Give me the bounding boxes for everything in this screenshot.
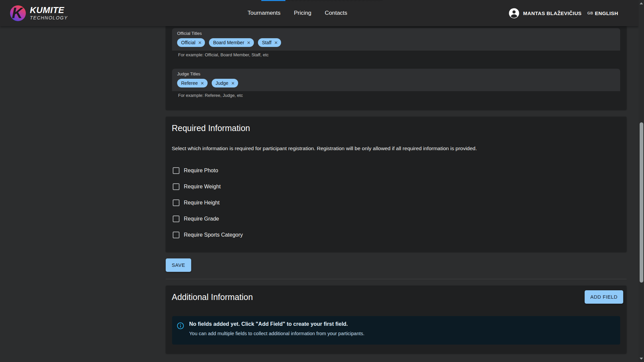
- chip-board-member-close-icon[interactable]: ✕: [247, 41, 251, 45]
- require-height-label: Require Height: [184, 200, 220, 206]
- official-titles-chips: Official ✕ Board Member ✕ Staff ✕: [177, 38, 281, 47]
- chip-official[interactable]: Official ✕: [177, 38, 205, 47]
- checkbox-row-require-weight[interactable]: Require Weight: [173, 179, 243, 195]
- alert-body: You can add multiple fields to collect a…: [189, 331, 365, 336]
- chip-judge[interactable]: Judge ✕: [212, 79, 238, 87]
- checkbox-row-require-grade[interactable]: Require Grade: [173, 211, 243, 227]
- official-titles-label: Official Titles: [177, 31, 202, 36]
- require-photo-checkbox[interactable]: [173, 167, 179, 174]
- chip-judge-close-icon[interactable]: ✕: [231, 81, 235, 85]
- chip-board-member[interactable]: Board Member ✕: [209, 38, 254, 47]
- brand-name: KUMITE: [30, 6, 68, 15]
- checkbox-row-require-height[interactable]: Require Height: [173, 195, 243, 211]
- language-flag-code: GB: [587, 11, 593, 15]
- nav-link-tournaments[interactable]: Tournaments: [248, 10, 280, 16]
- additional-information-card: Additional Information ADD FIELD No fiel…: [166, 286, 627, 354]
- tab-strip-edge: [285, 0, 382, 1]
- require-sports-category-label: Require Sports Category: [184, 232, 243, 238]
- alert-title: No fields added yet. Click "Add Field" t…: [189, 321, 348, 327]
- navbar-right: MANTAS BLAŽEVIČIUS GB ENGLISH: [508, 0, 618, 26]
- chip-referee-close-icon[interactable]: ✕: [201, 81, 204, 85]
- logo-letter: K: [12, 6, 23, 20]
- user-avatar-icon[interactable]: [508, 8, 520, 19]
- require-sports-category-checkbox[interactable]: [173, 232, 179, 238]
- require-height-checkbox[interactable]: [173, 199, 179, 206]
- scroll-up-arrow[interactable]: [639, 1, 644, 6]
- judge-titles-input[interactable]: Judge Titles Referee ✕ Judge ✕: [172, 69, 620, 91]
- brand-subtitle: TECHNOLOGY: [30, 15, 68, 20]
- official-titles-input[interactable]: Official Titles Official ✕ Board Member …: [172, 28, 620, 51]
- chip-staff-close-icon[interactable]: ✕: [274, 41, 278, 45]
- chip-staff-label: Staff: [262, 40, 272, 45]
- brand-text: KUMITE TECHNOLOGY: [30, 6, 68, 20]
- chip-official-label: Official: [181, 40, 196, 45]
- checkbox-row-require-photo[interactable]: Require Photo: [173, 163, 243, 179]
- no-fields-info-alert: No fields added yet. Click "Add Field" t…: [172, 316, 620, 345]
- require-grade-label: Require Grade: [184, 216, 219, 222]
- user-menu[interactable]: MANTAS BLAŽEVIČIUS: [523, 10, 582, 16]
- main-nav: Tournaments Pricing Contacts: [248, 0, 347, 26]
- required-checkbox-list: Require Photo Require Weight Require Hei…: [173, 163, 243, 243]
- language-label: ENGLISH: [595, 10, 618, 16]
- language-selector[interactable]: GB ENGLISH: [587, 10, 618, 16]
- vertical-scrollbar[interactable]: [639, 0, 644, 362]
- chip-referee[interactable]: Referee ✕: [177, 79, 208, 87]
- require-grade-checkbox[interactable]: [173, 216, 179, 222]
- top-navbar: K KUMITE TECHNOLOGY Tournaments Pricing …: [0, 0, 639, 26]
- info-icon: [177, 322, 184, 329]
- required-information-card: Required Information Select which inform…: [166, 117, 627, 252]
- judge-titles-helper: For example: Referee, Judge, etc: [178, 93, 243, 98]
- section-divider: [166, 279, 627, 279]
- chip-referee-label: Referee: [181, 80, 198, 86]
- titles-card: Official Titles Official ✕ Board Member …: [166, 26, 627, 110]
- active-tab-indicator: [261, 0, 285, 1]
- save-button[interactable]: SAVE: [166, 258, 191, 272]
- official-titles-helper: For example: Official, Board Member, Sta…: [178, 52, 269, 57]
- scroll-down-arrow[interactable]: [639, 356, 644, 361]
- require-weight-checkbox[interactable]: [173, 183, 179, 190]
- judge-titles-chips: Referee ✕ Judge ✕: [177, 79, 238, 87]
- chip-board-member-label: Board Member: [213, 40, 244, 45]
- scrollbar-thumb[interactable]: [640, 122, 643, 283]
- required-information-title: Required Information: [172, 123, 250, 133]
- require-weight-label: Require Weight: [184, 184, 221, 190]
- required-information-description: Select which information is required for…: [172, 145, 477, 152]
- kumite-logo-icon: K: [10, 5, 26, 21]
- checkbox-row-require-sports-category[interactable]: Require Sports Category: [173, 227, 243, 243]
- nav-link-contacts[interactable]: Contacts: [325, 10, 347, 16]
- chip-staff[interactable]: Staff ✕: [258, 38, 281, 47]
- chip-official-close-icon[interactable]: ✕: [198, 41, 202, 45]
- judge-titles-label: Judge Titles: [177, 71, 200, 76]
- brand-logo[interactable]: K KUMITE TECHNOLOGY: [10, 5, 68, 21]
- additional-information-title: Additional Information: [172, 292, 253, 302]
- add-field-button[interactable]: ADD FIELD: [585, 290, 623, 304]
- require-photo-label: Require Photo: [184, 168, 218, 174]
- nav-link-pricing[interactable]: Pricing: [294, 10, 311, 16]
- chip-judge-label: Judge: [216, 80, 228, 86]
